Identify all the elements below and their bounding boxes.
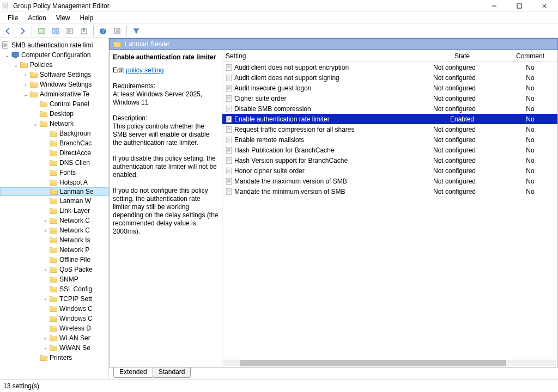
minimize-button[interactable] bbox=[482, 0, 507, 12]
setting-row[interactable]: Honor cipher suite orderNot configuredNo bbox=[222, 166, 557, 176]
properties-button[interactable] bbox=[64, 25, 76, 37]
tree-network[interactable]: Network bbox=[50, 120, 74, 127]
chevron-right-icon[interactable]: › bbox=[41, 218, 49, 224]
setting-row[interactable]: Request traffic compression for all shar… bbox=[222, 124, 557, 134]
menu-file[interactable]: File bbox=[3, 13, 22, 23]
setting-comment: No bbox=[503, 84, 557, 92]
horizontal-scrollbar[interactable] bbox=[223, 359, 556, 366]
tree-item-snmp[interactable]: SNMP bbox=[59, 275, 78, 283]
chevron-down-icon[interactable]: ⌄ bbox=[3, 52, 11, 58]
chevron-right-icon[interactable]: › bbox=[41, 335, 49, 341]
setting-row[interactable]: Audit client does not support encryption… bbox=[222, 62, 557, 72]
tree-policies[interactable]: Policies bbox=[30, 61, 52, 69]
tree-computer-config[interactable]: Computer Configuration bbox=[21, 51, 90, 59]
setting-name: Hash Publication for BranchCache bbox=[234, 146, 421, 154]
tree-printers[interactable]: Printers bbox=[50, 354, 72, 362]
close-button[interactable] bbox=[532, 0, 557, 12]
tree-admin-templates[interactable]: Administrative Te bbox=[40, 90, 89, 98]
menu-view[interactable]: View bbox=[52, 13, 75, 23]
policy-icon bbox=[223, 188, 234, 195]
tab-extended[interactable]: Extended bbox=[113, 367, 153, 378]
forward-button[interactable] bbox=[16, 25, 28, 37]
menu-help[interactable]: Help bbox=[76, 13, 98, 23]
tree-item-linklay[interactable]: Link-Layer bbox=[59, 207, 90, 215]
tree-item-wwan[interactable]: WWAN Se bbox=[59, 344, 90, 352]
tree-item-lanmanS[interactable]: Lanman Se bbox=[60, 188, 93, 195]
setting-state: Not configured bbox=[421, 157, 503, 164]
tree-item-dacc[interactable]: DirectAcce bbox=[59, 149, 91, 157]
chevron-right-icon[interactable]: › bbox=[22, 82, 29, 88]
setting-state: Enabled bbox=[421, 115, 503, 123]
help-button[interactable]: ? bbox=[97, 25, 109, 37]
tree-item-branch[interactable]: BranchCac bbox=[59, 139, 92, 147]
tree-item-tcpip[interactable]: TCPIP Sett bbox=[59, 295, 92, 303]
tree-item-netc2[interactable]: Network C bbox=[59, 226, 90, 234]
column-setting[interactable]: Setting bbox=[222, 52, 421, 60]
setting-state: Not configured bbox=[421, 146, 503, 154]
tree-item-bgint[interactable]: Backgroun bbox=[59, 130, 90, 137]
tree-item-fonts[interactable]: Fonts bbox=[59, 169, 76, 176]
tree-item-lanmanW[interactable]: Lanman W bbox=[59, 197, 91, 205]
tree-item-ssl[interactable]: SSL Config bbox=[59, 285, 92, 293]
tree-item-qos[interactable]: QoS Packe bbox=[59, 266, 93, 273]
settings-list-header[interactable]: Setting State Comment bbox=[222, 50, 557, 62]
chevron-right-icon[interactable]: › bbox=[41, 228, 49, 234]
tree-windows[interactable]: Windows Settings bbox=[40, 81, 92, 88]
policy-setting-link[interactable]: policy setting bbox=[126, 66, 163, 74]
tree-item-off[interactable]: Offline File bbox=[59, 256, 90, 264]
folder-icon bbox=[49, 344, 58, 352]
folder-icon bbox=[39, 353, 48, 362]
chevron-down-icon[interactable]: ⌄ bbox=[12, 62, 20, 68]
back-button[interactable] bbox=[2, 25, 14, 37]
setting-row[interactable]: Enable remote mailslotsNot configuredNo bbox=[222, 134, 557, 145]
tree-item-netc1[interactable]: Network C bbox=[59, 217, 90, 224]
column-comment[interactable]: Comment bbox=[503, 52, 557, 60]
tree-root[interactable]: SMB authentication rate limi bbox=[11, 41, 93, 49]
setting-row[interactable]: Hash Version support for BranchCacheNot … bbox=[222, 155, 557, 166]
chevron-down-icon[interactable]: ⌄ bbox=[32, 121, 39, 127]
folder-icon bbox=[49, 265, 58, 274]
maximize-button[interactable] bbox=[507, 0, 532, 12]
all-settings-button[interactable] bbox=[111, 25, 123, 37]
tree-item-win2[interactable]: Windows C bbox=[59, 315, 93, 322]
folder-icon bbox=[49, 324, 58, 333]
setting-row[interactable]: Hash Publication for BranchCacheNot conf… bbox=[222, 145, 557, 155]
setting-state: Not configured bbox=[421, 74, 503, 82]
tree-item-netis[interactable]: Network Is bbox=[59, 236, 90, 244]
setting-row[interactable]: Cipher suite orderNot configuredNo bbox=[222, 93, 557, 103]
settings-list[interactable]: Audit client does not support encryption… bbox=[222, 62, 557, 367]
column-state[interactable]: State bbox=[421, 52, 503, 60]
show-hide-tree[interactable] bbox=[50, 25, 62, 37]
setting-row[interactable]: Disable SMB compressionNot configuredNo bbox=[222, 103, 557, 114]
chevron-right-icon[interactable]: › bbox=[41, 296, 49, 302]
folder-icon bbox=[49, 206, 58, 215]
folder-icon bbox=[49, 314, 58, 323]
setting-row[interactable]: Audit client does not support signingNot… bbox=[222, 72, 557, 83]
tree-software[interactable]: Software Settings bbox=[40, 71, 91, 78]
menu-action[interactable]: Action bbox=[23, 13, 50, 23]
tree-desktop[interactable]: Desktop bbox=[50, 110, 74, 118]
policy-icon bbox=[223, 115, 234, 123]
tree-item-hotspot[interactable]: Hotspot A bbox=[59, 179, 88, 186]
tree-cpanel[interactable]: Control Panel bbox=[50, 100, 89, 108]
tree-item-wlan[interactable]: WLAN Ser bbox=[59, 334, 90, 342]
chevron-right-icon[interactable]: › bbox=[22, 72, 29, 78]
chevron-down-icon[interactable]: ⌄ bbox=[22, 91, 29, 97]
chevron-right-icon[interactable]: › bbox=[41, 267, 49, 273]
folder-icon bbox=[49, 197, 58, 205]
tab-standard[interactable]: Standard bbox=[153, 367, 191, 378]
tree-item-wld[interactable]: Wireless D bbox=[59, 324, 91, 332]
setting-row[interactable]: Mandate the minimum version of SMBNot co… bbox=[222, 186, 557, 197]
tree-item-dns[interactable]: DNS Clien bbox=[59, 159, 90, 167]
up-button[interactable] bbox=[35, 25, 47, 37]
tree-item-netP[interactable]: Network P bbox=[59, 246, 89, 254]
chevron-right-icon[interactable]: › bbox=[41, 345, 49, 351]
setting-row[interactable]: Enable authentication rate limiterEnable… bbox=[222, 114, 557, 124]
export-button[interactable] bbox=[78, 25, 90, 37]
setting-row[interactable]: Audit insecure guest logonNot configured… bbox=[222, 83, 557, 93]
setting-name: Audit client does not support encryption bbox=[234, 64, 421, 71]
filter-button[interactable] bbox=[130, 25, 142, 37]
tree-pane[interactable]: SMB authentication rate limi ⌄Computer C… bbox=[0, 38, 109, 379]
tree-item-win1[interactable]: Windows C bbox=[59, 305, 93, 313]
setting-row[interactable]: Mandate the maximum version of SMBNot co… bbox=[222, 176, 557, 186]
